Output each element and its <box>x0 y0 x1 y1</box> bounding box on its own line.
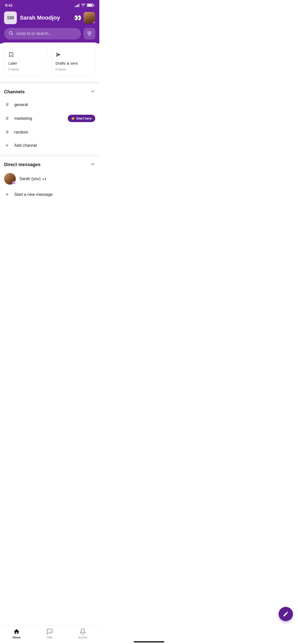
section-divider-1 <box>0 82 99 84</box>
drafts-subtitle: 0 items <box>56 67 91 71</box>
later-card[interactable]: Later 0 items <box>4 48 48 76</box>
online-status-dot <box>93 21 95 24</box>
header-actions: 👀 <box>74 12 95 24</box>
hash-icon-random: # <box>4 129 10 135</box>
plus-icon-channel: + <box>4 142 10 149</box>
channels-section-header: Channels <box>0 85 99 97</box>
search-placeholder: Jump to or search... <box>16 31 52 36</box>
channel-item-marketing[interactable]: # marketing 👉 Start here <box>0 111 99 126</box>
dm-title: Direct messages <box>4 162 40 167</box>
channel-list: # general # marketing 👉 Start here # ran… <box>0 97 99 153</box>
channel-item-random[interactable]: # random <box>0 126 99 139</box>
channels-title: Channels <box>4 89 25 95</box>
dm-avatar-sarah <box>4 173 16 185</box>
search-icon <box>9 31 13 37</box>
add-dm-label: Start a new message <box>14 192 52 197</box>
wifi-icon <box>81 4 85 7</box>
user-avatar-photo[interactable] <box>84 12 95 24</box>
hash-icon: # <box>4 102 10 108</box>
channel-item-general[interactable]: # general <box>0 98 99 111</box>
dm-chevron-icon[interactable] <box>90 162 95 168</box>
dm-name-sarah: Sarah (you) 👀 <box>19 177 47 181</box>
add-dm-item[interactable]: + Start a new message <box>0 188 99 201</box>
later-title: Later <box>8 61 44 65</box>
drafts-title: Drafts & sent <box>56 61 91 65</box>
svg-line-1 <box>12 34 13 35</box>
eyes-emoji[interactable]: 👀 <box>74 14 82 21</box>
section-divider-2 <box>0 154 99 156</box>
search-container: Jump to or search... <box>4 28 95 39</box>
filter-button[interactable] <box>84 28 95 39</box>
hash-icon-marketing: # <box>4 115 10 121</box>
send-icon <box>56 52 91 59</box>
start-here-badge: 👉 Start here <box>68 115 95 122</box>
status-bar: 9:41 <box>0 0 99 9</box>
channel-name-random: random <box>14 130 95 135</box>
add-channel-item[interactable]: + Add channel <box>0 139 99 152</box>
dm-section-header: Direct messages <box>0 157 99 170</box>
channel-name-marketing: marketing <box>14 116 64 121</box>
status-icons <box>75 4 94 7</box>
signal-icon <box>75 4 79 7</box>
drafts-card[interactable]: Drafts & sent 0 items <box>51 48 95 76</box>
later-subtitle: 0 items <box>8 67 44 71</box>
header: SM Sarah Moodjoy 👀 Jump to or search... <box>0 9 99 43</box>
main-content: Later 0 items Drafts & sent 0 items Chan… <box>0 42 99 222</box>
status-time: 9:41 <box>5 3 13 7</box>
bookmark-icon <box>8 52 44 59</box>
filter-icon <box>87 32 92 35</box>
search-bar[interactable]: Jump to or search... <box>4 28 81 39</box>
plus-icon-dm: + <box>4 191 10 198</box>
battery-icon <box>87 4 94 7</box>
user-info: SM Sarah Moodjoy <box>4 11 60 24</box>
user-name: Sarah Moodjoy <box>20 14 60 21</box>
add-channel-label: Add channel <box>14 143 37 148</box>
dm-item-sarah[interactable]: Sarah (you) 👀 <box>0 170 99 188</box>
dm-online-dot <box>12 181 16 185</box>
avatar-initials: SM <box>4 11 17 24</box>
channels-chevron-icon[interactable] <box>90 89 95 95</box>
quick-actions: Later 0 items Drafts & sent 0 items <box>0 42 99 81</box>
channel-name-general: general <box>14 103 95 107</box>
